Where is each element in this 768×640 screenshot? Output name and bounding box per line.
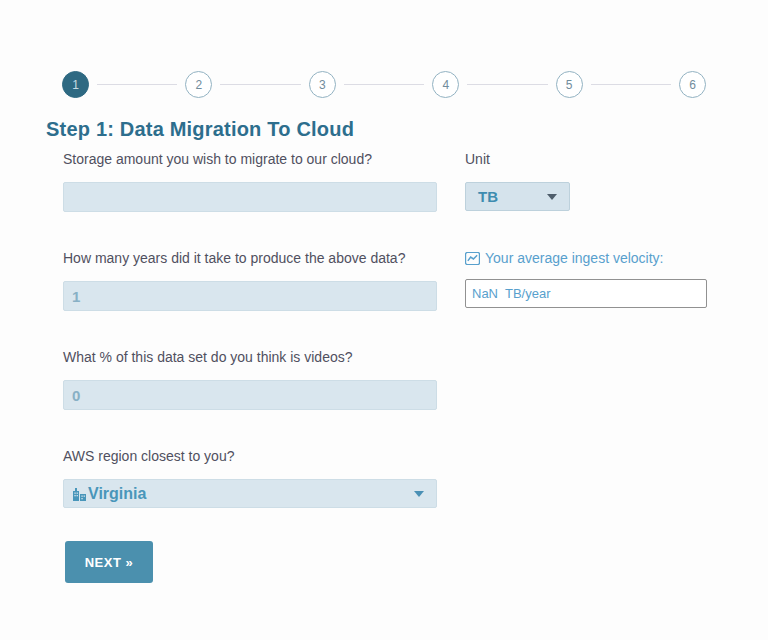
ingest-velocity-label: Your average ingest velocity: — [485, 250, 663, 266]
city-icon — [72, 487, 87, 501]
chart-line-icon — [465, 252, 480, 265]
years-input[interactable] — [63, 281, 437, 311]
page-title: Step 1: Data Migration To Cloud — [46, 118, 354, 141]
videos-percent-input[interactable] — [63, 380, 437, 410]
next-button[interactable]: NEXT » — [65, 541, 153, 583]
storage-amount-input[interactable] — [63, 182, 437, 212]
step-indicator-1[interactable]: 1 — [62, 71, 89, 98]
chevron-down-icon — [414, 491, 424, 497]
aws-region-selected-value: Virginia — [88, 485, 146, 503]
migration-form: Storage amount you wish to migrate to ou… — [63, 151, 708, 583]
step-indicator-4[interactable]: 4 — [432, 71, 459, 98]
step-indicator-3[interactable]: 3 — [309, 71, 336, 98]
aws-region-label: AWS region closest to you? — [63, 448, 437, 464]
unit-select[interactable]: TB — [465, 182, 570, 211]
step-connector — [97, 84, 177, 85]
step-progress-bar: 1 2 3 4 5 6 — [62, 71, 706, 98]
step-connector — [591, 84, 671, 85]
aws-region-select[interactable]: Virginia — [63, 479, 437, 508]
ingest-velocity-label-row: Your average ingest velocity: — [465, 250, 707, 266]
step-connector — [344, 84, 424, 85]
step-connector — [467, 84, 547, 85]
step-connector — [220, 84, 300, 85]
step-indicator-6[interactable]: 6 — [679, 71, 706, 98]
step-indicator-5[interactable]: 5 — [556, 71, 583, 98]
years-label: How many years did it take to produce th… — [63, 250, 437, 266]
storage-amount-label: Storage amount you wish to migrate to ou… — [63, 151, 437, 167]
ingest-velocity-input[interactable] — [465, 279, 707, 308]
videos-percent-label: What % of this data set do you think is … — [63, 349, 437, 365]
step-indicator-2[interactable]: 2 — [185, 71, 212, 98]
chevron-down-icon — [547, 194, 557, 200]
migration-wizard: 1 2 3 4 5 6 Step 1: Data Migration To Cl… — [0, 0, 768, 640]
unit-label: Unit — [465, 151, 707, 167]
unit-selected-value: TB — [478, 188, 498, 205]
